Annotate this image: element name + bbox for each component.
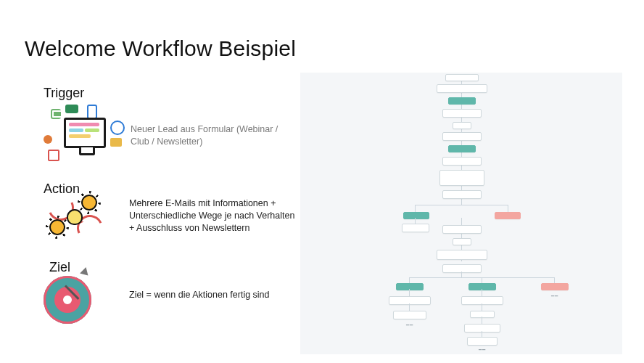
phone-icon <box>87 105 97 119</box>
trigger-text: Neuer Lead aus Formular (Webinar / Club … <box>131 123 283 148</box>
checkbox-icon <box>48 150 59 161</box>
mail-icon <box>51 109 61 119</box>
page-title: Welcome Workflow Beispiel <box>25 36 296 61</box>
gear-icon <box>81 195 97 211</box>
people-icon <box>65 105 78 113</box>
user-icon <box>44 135 52 144</box>
camera-icon <box>110 138 122 147</box>
action-text: Mehrere E-Mails mit Informationen + Unte… <box>129 197 296 234</box>
globe-icon <box>110 121 125 135</box>
section-trigger: Trigger Neuer Lead aus Formular (Webinar… <box>44 86 84 105</box>
ziel-text: Ziel = wenn die Aktionen fertig sind <box>129 289 296 301</box>
gear-icon <box>49 219 65 235</box>
section-action: Action Mehrere E-Mails mit Informationen… <box>44 182 80 201</box>
section-ziel: Ziel Ziel = wenn die Aktionen fertig sin… <box>44 260 70 280</box>
gears-cycle-icon <box>48 195 109 241</box>
slide: Welcome Workflow Beispiel Trigger Neuer … <box>0 0 644 363</box>
monitor-icon <box>64 118 106 148</box>
workflow-thumbnail: ━━ ━━ ━━ <box>300 73 622 354</box>
trigger-heading: Trigger <box>44 86 84 101</box>
lightbulb-icon <box>67 209 83 225</box>
monitor-with-apps-icon <box>44 105 123 163</box>
dart-icon <box>65 270 94 299</box>
